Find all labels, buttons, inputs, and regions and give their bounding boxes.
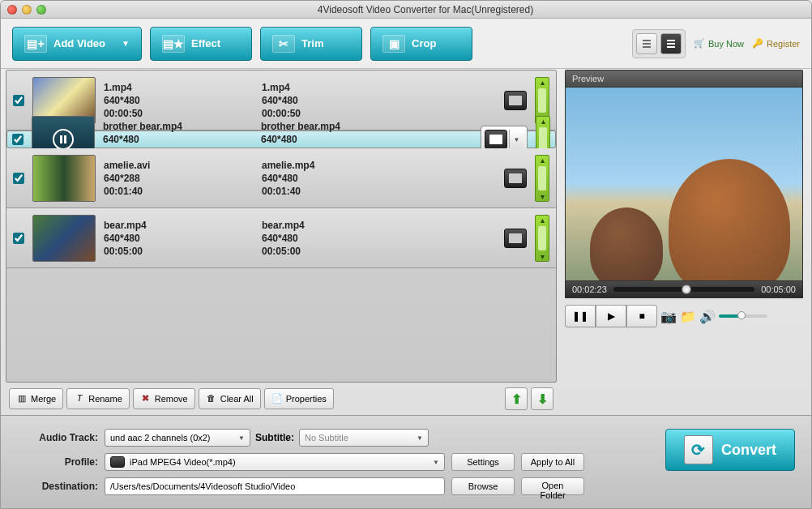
convert-button[interactable]: ⟳ Convert <box>665 429 795 471</box>
text-icon: T <box>74 393 85 404</box>
stop-button[interactable]: ■ <box>626 305 657 327</box>
remove-icon: ✖ <box>140 393 152 404</box>
effect-button[interactable]: ▤★ Effect <box>150 27 252 61</box>
source-info: bear.mp4 640*480 00:05:00 <box>104 220 254 257</box>
trim-button[interactable]: ✂ Trim <box>260 27 362 61</box>
row-scroll[interactable]: ▴▾ <box>535 155 549 202</box>
buy-now-link[interactable]: 🛒 Buy Now <box>694 38 744 49</box>
file-row[interactable]: bear.mp4 640*480 00:05:00 bear.mp4 640*4… <box>6 208 556 268</box>
rename-button[interactable]: TRename <box>66 388 130 409</box>
chevron-down-icon: ▼ <box>122 39 130 48</box>
file-checkbox[interactable] <box>13 95 24 106</box>
app-window: 4Videosoft Video Converter for Mac(Unreg… <box>0 0 812 509</box>
ipad-icon <box>485 130 507 149</box>
subtitle-label: Subtitle: <box>255 432 294 443</box>
seek-slider[interactable] <box>613 287 754 292</box>
properties-icon: 📄 <box>271 393 283 404</box>
source-info: 1.mp4 640*480 00:00:50 <box>104 82 254 119</box>
svg-point-0 <box>53 130 73 149</box>
register-link[interactable]: 🔑 Register <box>752 38 800 49</box>
merge-button[interactable]: ▥Merge <box>9 388 63 409</box>
source-duration: 00:01:40 <box>104 186 254 197</box>
subtitle-select[interactable]: No Subtitle▼ <box>299 429 429 447</box>
settings-button[interactable]: Settings <box>451 453 515 471</box>
file-row[interactable]: brother bear.mp4 640*480 00:05:00 brothe… <box>6 130 556 148</box>
output-info: bear.mp4 640*480 00:05:00 <box>262 220 412 257</box>
file-list: 1.mp4 640*480 00:00:50 1.mp4 640*480 00:… <box>6 70 557 383</box>
window-title: 4Videosoft Video Converter for Mac(Unreg… <box>46 4 805 15</box>
destination-label: Destination: <box>17 481 98 492</box>
film-add-icon: ▤+ <box>24 35 47 53</box>
cart-icon: 🛒 <box>694 38 705 49</box>
output-resolution: 640*480 <box>262 233 412 244</box>
browse-button[interactable]: Browse <box>451 477 515 495</box>
file-checkbox[interactable] <box>13 173 24 184</box>
file-row[interactable]: amelie.avi 640*288 00:01:40 amelie.mp4 6… <box>6 148 556 208</box>
row-profile-icon[interactable] <box>504 229 527 248</box>
minimize-icon[interactable] <box>22 5 32 15</box>
timeline: 00:02:23 00:05:00 <box>565 281 803 298</box>
profile-select[interactable]: iPad MPEG4 Video(*.mp4) ▼ <box>105 453 445 471</box>
apply-to-all-button[interactable]: Apply to All <box>521 453 584 471</box>
svg-rect-1 <box>60 135 62 143</box>
file-checkbox[interactable] <box>13 233 24 244</box>
titlebar: 4Videosoft Video Converter for Mac(Unreg… <box>1 1 811 19</box>
move-up-button[interactable]: ⬆ <box>505 387 528 410</box>
scissors-icon: ✂ <box>272 35 295 53</box>
add-video-label: Add Video <box>53 37 105 49</box>
player-controls: ❚❚ ▶ ■ 📷 📁 🔊 <box>565 298 803 334</box>
source-resolution: 640*480 <box>103 134 253 145</box>
add-video-button[interactable]: ▤+ Add Video ▼ <box>12 27 142 61</box>
output-duration: 00:05:00 <box>262 246 412 257</box>
ipad-icon <box>110 456 125 468</box>
chevron-down-icon: ▼ <box>509 130 524 149</box>
crop-button[interactable]: ▣ Crop <box>370 27 472 61</box>
open-snapshot-folder-button[interactable]: 📁 <box>680 308 696 324</box>
close-icon[interactable] <box>7 5 17 15</box>
properties-button[interactable]: 📄Properties <box>264 388 334 409</box>
preview-viewport <box>565 87 803 281</box>
play-button[interactable]: ▶ <box>596 305 626 327</box>
snapshot-button[interactable]: 📷 <box>660 308 677 324</box>
row-profile-icon[interactable] <box>504 169 527 188</box>
output-resolution: 640*480 <box>262 95 412 106</box>
open-folder-button[interactable]: Open Folder <box>521 477 584 495</box>
profile-label: Profile: <box>17 456 98 468</box>
source-duration: 00:00:50 <box>104 108 254 119</box>
move-down-button[interactable]: ⬇ <box>531 387 553 410</box>
output-info: amelie.mp4 640*480 00:01:40 <box>262 160 412 197</box>
pause-button[interactable]: ❚❚ <box>565 305 596 327</box>
convert-icon: ⟳ <box>684 435 713 464</box>
row-scroll[interactable]: ▴▾ <box>535 215 549 262</box>
destination-input[interactable]: /Users/tes/Documents/4Videosoft Studio/V… <box>105 477 445 495</box>
remove-button[interactable]: ✖Remove <box>133 388 195 409</box>
volume-icon: 🔊 <box>699 308 716 324</box>
source-resolution: 640*288 <box>104 173 254 184</box>
crop-icon: ▣ <box>382 35 405 53</box>
current-time: 00:02:23 <box>572 284 607 294</box>
output-name: brother bear.mp4 <box>261 121 411 132</box>
source-resolution: 640*480 <box>104 95 254 106</box>
list-toolbar: ▥Merge TRename ✖Remove 🗑Clear All 📄Prope… <box>1 383 562 415</box>
source-resolution: 640*480 <box>104 233 254 244</box>
row-profile-icon[interactable] <box>504 91 527 110</box>
list-view-button[interactable] <box>636 33 657 54</box>
crop-label: Crop <box>412 37 436 49</box>
total-time: 00:05:00 <box>761 284 796 294</box>
output-name: amelie.mp4 <box>262 160 412 171</box>
volume-slider[interactable] <box>719 314 767 318</box>
source-name: bear.mp4 <box>104 220 254 231</box>
file-thumbnail <box>32 155 96 202</box>
audio-track-select[interactable]: und aac 2 channels (0x2)▼ <box>105 429 250 447</box>
output-resolution: 640*480 <box>262 173 412 184</box>
output-name: bear.mp4 <box>262 220 412 231</box>
output-info: 1.mp4 640*480 00:00:50 <box>262 82 412 119</box>
detail-view-button[interactable] <box>660 33 682 54</box>
zoom-icon[interactable] <box>36 5 46 15</box>
film-star-icon: ▤★ <box>162 35 185 53</box>
file-checkbox[interactable] <box>12 134 24 145</box>
view-mode-group <box>632 29 686 58</box>
bottom-panel: Audio Track: und aac 2 channels (0x2)▼ S… <box>1 415 811 508</box>
clear-all-button[interactable]: 🗑Clear All <box>199 388 261 409</box>
source-name: amelie.avi <box>104 160 254 171</box>
